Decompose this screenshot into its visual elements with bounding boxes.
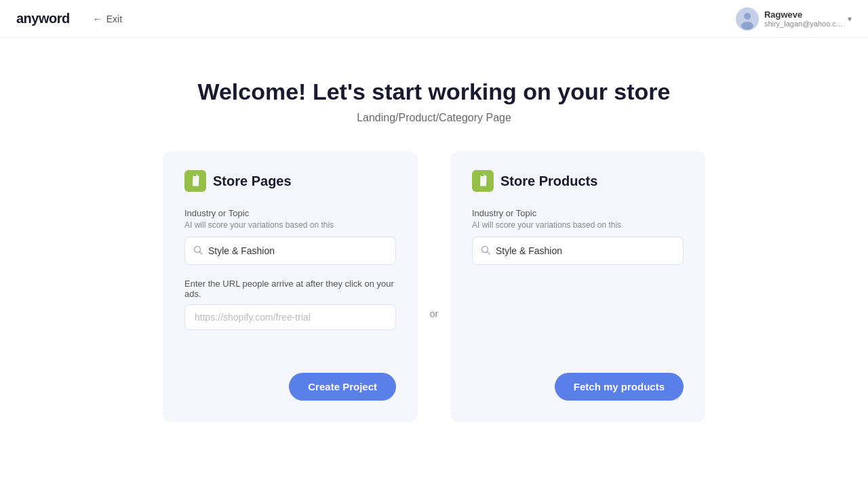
exit-button[interactable]: ← Exit	[86, 9, 129, 28]
store-pages-card-footer: Create Project	[184, 357, 396, 401]
store-products-card: Store Products Industry or Topic AI will…	[450, 151, 705, 422]
header-left: anyword ← Exit	[16, 9, 129, 28]
store-pages-search-input[interactable]	[208, 245, 387, 256]
store-pages-search-icon	[193, 245, 203, 257]
app-logo: anyword	[16, 11, 70, 26]
store-products-title: Store Products	[500, 174, 597, 189]
store-products-card-footer: Fetch my products	[472, 357, 684, 401]
exit-label: Exit	[106, 14, 122, 24]
app-header: anyword ← Exit Ragweve shiry_lagan@yahoo…	[0, 0, 868, 38]
store-pages-url-field: Enter the URL people arrive at after the…	[184, 265, 396, 330]
store-pages-url-label: Enter the URL people arrive at after the…	[184, 279, 396, 299]
fetch-products-button[interactable]: Fetch my products	[555, 373, 684, 401]
avatar	[736, 7, 759, 30]
store-pages-industry-field: Industry or Topic AI will score your var…	[184, 208, 396, 265]
store-pages-search-wrapper	[184, 237, 396, 265]
store-pages-title: Store Pages	[213, 174, 292, 189]
store-pages-field-hint: AI will score your variations based on t…	[184, 220, 396, 230]
store-pages-card: Store Pages Industry or Topic AI will sc…	[163, 151, 418, 422]
svg-line-5	[200, 251, 203, 254]
store-pages-card-header: Store Pages	[184, 170, 396, 192]
chevron-down-icon: ▾	[848, 14, 852, 24]
store-products-search-input[interactable]	[496, 245, 675, 256]
store-products-card-header: Store Products	[472, 170, 684, 192]
page-title: Welcome! Let's start working on your sto…	[197, 79, 670, 105]
user-email: shiry_lagan@yahoo.c...	[764, 20, 842, 28]
store-products-search-icon	[481, 245, 490, 257]
store-products-field-hint: AI will score your variations based on t…	[472, 220, 684, 230]
cards-container: Store Pages Industry or Topic AI will sc…	[163, 151, 705, 422]
svg-line-8	[488, 251, 490, 254]
shopify-pages-icon	[184, 170, 206, 192]
store-pages-url-input[interactable]	[184, 304, 396, 330]
user-info: Ragweve shiry_lagan@yahoo.c...	[764, 9, 842, 28]
svg-point-1	[744, 13, 751, 20]
svg-point-2	[741, 22, 753, 30]
page-subtitle: Landing/Product/Category Page	[357, 112, 511, 124]
main-content: Welcome! Let's start working on your sto…	[0, 38, 868, 422]
shopify-products-icon	[472, 170, 494, 192]
store-products-search-wrapper	[472, 237, 684, 265]
user-name: Ragweve	[764, 9, 842, 20]
store-products-industry-field: Industry or Topic AI will score your var…	[472, 208, 684, 265]
exit-arrow-icon: ←	[93, 14, 102, 24]
store-products-field-label: Industry or Topic	[472, 208, 684, 218]
store-pages-field-label: Industry or Topic	[184, 208, 396, 218]
user-menu[interactable]: Ragweve shiry_lagan@yahoo.c... ▾	[736, 7, 852, 30]
or-divider: or	[418, 254, 450, 319]
create-project-button[interactable]: Create Project	[289, 373, 396, 401]
